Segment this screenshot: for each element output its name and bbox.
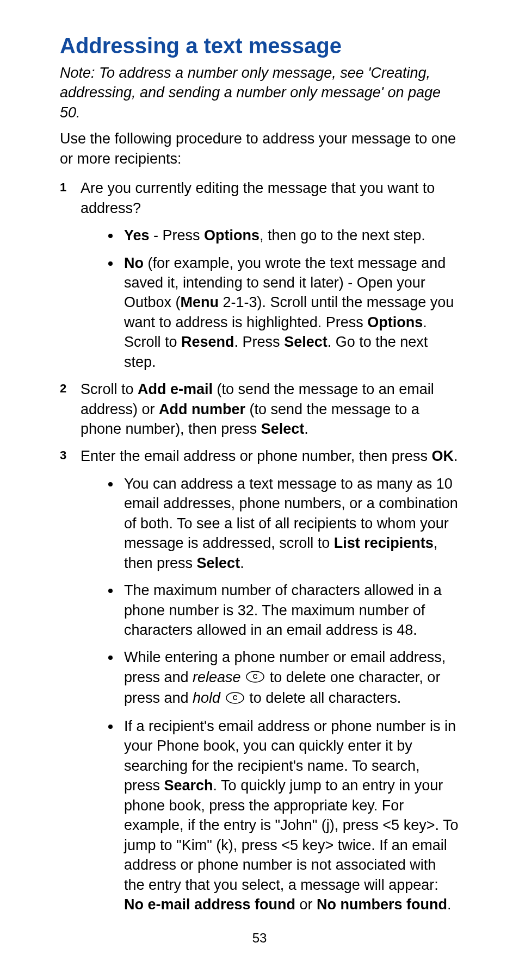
s3-b4-noemail: No e-mail address found [124,896,295,913]
page-title: Addressing a text message [60,33,459,59]
svg-text:C: C [232,694,237,702]
s3-b1: You can address a text message to as man… [121,474,459,573]
s2-addemail: Add e-mail [138,381,213,397]
s3-b4-or: or [295,896,317,913]
no-select: Select [284,334,328,350]
no-label: No [124,255,144,271]
step-1: Are you currently editing the message th… [60,178,459,372]
intro-text: Use the following procedure to address y… [60,129,459,168]
s3-b4-search: Search [164,777,213,794]
s3-b4: If a recipient's email address or phone … [121,716,459,914]
s3-b3-hold: hold [193,690,220,706]
clear-key-icon-2: C [226,689,244,709]
no-resend: Resend [181,334,234,350]
steps-list: Are you currently editing the message th… [60,178,459,914]
step-1-no: No (for example, you wrote the text mess… [121,253,459,372]
s3-p1: Enter the email address or phone number,… [81,448,431,464]
s3-b4-nonum: No numbers found [317,896,447,913]
s2-p1: Scroll to [81,381,138,397]
manual-page: Addressing a text message Note: To addre… [0,0,519,980]
s3-b1-p3: . [240,555,244,571]
no-p4: . Press [234,334,285,350]
s3-b3: While entering a phone number or email a… [121,647,459,709]
s3-b4-p2: . To quickly jump to an entry in your ph… [124,777,458,892]
step-2: Scroll to Add e-mail (to send the messag… [60,379,459,439]
s2-select: Select [261,421,305,437]
step-1-question: Are you currently editing the message th… [81,180,435,216]
no-options: Options [367,314,423,330]
svg-text:C: C [253,673,258,681]
s3-ok: OK [431,448,454,464]
step-3-bullets: You can address a text message to as man… [81,474,459,915]
s3-b1-list: List recipients [334,535,434,551]
s3-b1-select: Select [197,555,240,571]
s3-b3-p3: to delete all characters. [249,690,401,706]
s3-b4-p3: . [447,896,452,913]
no-menu: Menu [181,294,219,310]
yes-post: , then go to the next step. [260,227,425,244]
step-3: Enter the email address or phone number,… [60,446,459,914]
s2-p4: . [304,421,308,437]
s3-p2: . [454,448,458,464]
s3-b2: The maximum number of characters allowed… [121,580,459,640]
s2-addnumber: Add number [159,401,245,417]
note-text: Note: To address a number only message, … [60,63,459,122]
yes-pre: - Press [150,227,205,244]
yes-options: Options [204,227,260,244]
s3-b3-release: release [193,669,241,685]
yes-label: Yes [124,227,150,244]
clear-key-icon: C [246,668,264,688]
page-number: 53 [60,931,459,946]
step-1-yes: Yes - Press Options, then go to the next… [121,226,459,245]
step-1-options: Yes - Press Options, then go to the next… [81,226,459,372]
